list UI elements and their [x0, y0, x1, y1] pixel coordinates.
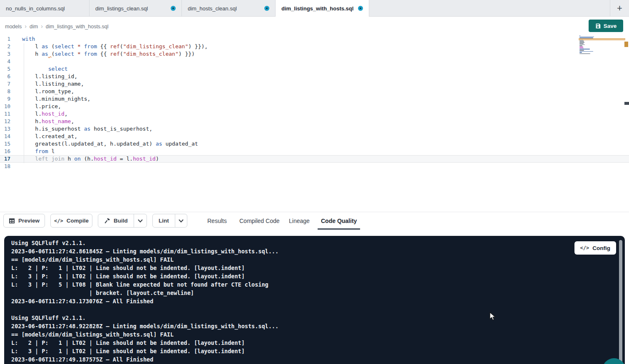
code-line[interactable]: 12 h.host_name, [0, 118, 629, 125]
code-line[interactable]: 7 l.listing_name, [0, 80, 629, 88]
minimap-line [579, 47, 583, 47]
terminal-line: L: 2 | P: 1 | LT02 | Line should not be … [11, 264, 625, 272]
panel-tab-lineage[interactable]: Lineage [286, 212, 313, 230]
code-line[interactable]: 2 l as (select * from {{ ref("dim_listin… [0, 43, 629, 50]
line-number: 11 [0, 110, 10, 118]
build-button[interactable]: Build [98, 214, 134, 227]
panel-tab-results[interactable]: Results [204, 212, 230, 230]
line-number: 8 [0, 88, 10, 95]
minimap-line [579, 42, 584, 43]
minimap-line [579, 45, 585, 45]
panel-tab-label: Code Quality [321, 218, 357, 224]
code-text: h as (select * from {{ ref("dim_hosts_cl… [22, 50, 195, 58]
terminal-line: == [models/dim/dim_listings_with_hosts.s… [11, 330, 625, 339]
file-tab[interactable]: no_nulls_in_columns.sql [0, 0, 90, 17]
terminal-line: L: 3 | P: 1 | LT02 | Line should not be … [11, 272, 625, 280]
new-tab-button[interactable]: + [610, 0, 629, 17]
terminal-scrollbar-thumb[interactable] [619, 240, 622, 364]
file-tab[interactable]: dim_listings_clean.sql [90, 0, 182, 17]
lint-output-terminal[interactable]: Using SQLFluff v2.1.1.2023-06-06T11:27:4… [4, 236, 625, 364]
terminal-line: 2023-06-06T11:27:48.922828Z — Linting mo… [11, 322, 625, 330]
breadcrumb-item: dim_listings_with_hosts.sql [46, 24, 109, 30]
lint-split-button: Lint [152, 214, 187, 228]
hammer-icon [104, 218, 110, 224]
code-editor[interactable]: 1with2 l as (select * from {{ ref("dim_l… [0, 35, 629, 212]
unsaved-indicator-icon[interactable] [358, 6, 363, 11]
chevron-down-icon [138, 219, 143, 223]
code-line[interactable]: 14 l.created_at, [0, 133, 629, 140]
table-grid-icon [9, 218, 15, 224]
editor-scrollbar-thumb[interactable] [624, 102, 629, 105]
panel-tab-code-quality[interactable]: Code Quality [318, 212, 360, 230]
ide-window: no_nulls_in_columns.sqldim_listings_clea… [0, 0, 629, 364]
minimap-line [579, 41, 584, 42]
preview-button[interactable]: Preview [3, 214, 45, 228]
code-text: l.listing_id, [22, 73, 77, 80]
code-text: greatest(l.updated_at, h.updated_at) as … [22, 140, 198, 148]
line-number: 14 [0, 133, 10, 140]
line-number: 2 [0, 43, 10, 50]
line-number: 17 [0, 155, 10, 163]
code-text: l.listing_name, [22, 80, 84, 88]
config-button[interactable]: </> Config [574, 241, 616, 255]
code-line[interactable]: 5 select [0, 65, 629, 73]
file-tab-label: dim_hosts_clean.sql [188, 5, 237, 12]
breadcrumb-item: dim [30, 24, 38, 30]
terminal-line: Using SQLFluff v2.1.1. [11, 239, 625, 247]
breadcrumb: models›dim›dim_listings_with_hosts.sql [5, 23, 109, 30]
file-tab-label: no_nulls_in_columns.sql [6, 5, 65, 12]
code-line[interactable]: 4 [0, 58, 629, 65]
minimap-line [579, 37, 594, 37]
minimap-line [579, 45, 582, 46]
minimap-line [579, 52, 582, 53]
terminal-line: 2023-06-06T11:27:49.187575Z — All Finish… [11, 355, 625, 364]
minimap-line [579, 51, 593, 52]
minimap-line [579, 49, 590, 50]
code-line[interactable]: 10 l.price, [0, 103, 629, 110]
minimap-line [579, 40, 583, 41]
panel-tab-compiled-code[interactable]: Compiled Code [236, 212, 283, 230]
terminal-line: 2023-06-06T11:27:43.173076Z — All Finish… [11, 297, 625, 305]
save-icon [595, 23, 601, 29]
code-line[interactable]: 6 l.listing_id, [0, 73, 629, 80]
code-line[interactable]: 3 h as (select * from {{ ref("dim_hosts_… [0, 50, 629, 58]
file-tab[interactable]: dim_hosts_clean.sql [182, 0, 276, 17]
lint-dropdown-button[interactable] [175, 214, 187, 227]
breadcrumb-item: models [5, 24, 22, 30]
code-text: with [22, 35, 35, 43]
line-number: 13 [0, 125, 10, 133]
code-line[interactable]: 9 l.minimum_nights, [0, 95, 629, 103]
code-line[interactable]: 18 [0, 163, 629, 170]
code-text: l.minimum_nights, [22, 95, 90, 103]
overview-ruler-warning-marker [624, 42, 628, 47]
save-button[interactable]: Save [589, 20, 623, 32]
terminal-line: L: 2 | P: 1 | LT02 | Line should not be … [11, 339, 625, 347]
code-text: from l [22, 148, 55, 155]
code-line[interactable]: 13 h.is_superhost as host_is_superhost, [0, 125, 629, 133]
file-tab[interactable]: dim_listings_with_hosts.sql [276, 0, 369, 17]
code-line[interactable]: 1with [0, 35, 629, 43]
line-number: 4 [0, 58, 10, 65]
unsaved-indicator-icon[interactable] [264, 6, 269, 11]
line-number: 5 [0, 65, 10, 73]
code-text: h.is_superhost as host_is_superhost, [22, 125, 152, 133]
lint-button[interactable]: Lint [153, 214, 175, 227]
minimap-line [579, 53, 590, 54]
code-line[interactable]: 15 greatest(l.updated_at, h.updated_at) … [0, 140, 629, 148]
code-line[interactable]: 8 l.room_type, [0, 88, 629, 95]
code-line[interactable]: 16 from l [0, 148, 629, 155]
build-dropdown-button[interactable] [134, 214, 147, 227]
code-brackets-icon: </> [54, 218, 63, 224]
terminal-line: == [models/dim/dim_listings_with_hosts.s… [11, 255, 625, 264]
code-line[interactable]: 11 l.host_id, [0, 110, 629, 118]
minimap[interactable] [579, 35, 627, 87]
terminal-line: L: 3 | P: 1 | LT02 | Line should not be … [11, 347, 625, 355]
line-number: 12 [0, 118, 10, 125]
breadcrumb-bar: models›dim›dim_listings_with_hosts.sql S… [0, 17, 629, 35]
indent-guide [24, 43, 24, 163]
unsaved-indicator-icon[interactable] [171, 6, 176, 11]
terminal-line: L: 3 | P: 5 | LT08 | Blank line expected… [11, 280, 625, 289]
code-line[interactable]: 17 left join h on (h.host_id = l.host_id… [0, 155, 629, 163]
chevron-right-icon: › [25, 23, 27, 30]
compile-button[interactable]: </> Compile [50, 214, 92, 228]
